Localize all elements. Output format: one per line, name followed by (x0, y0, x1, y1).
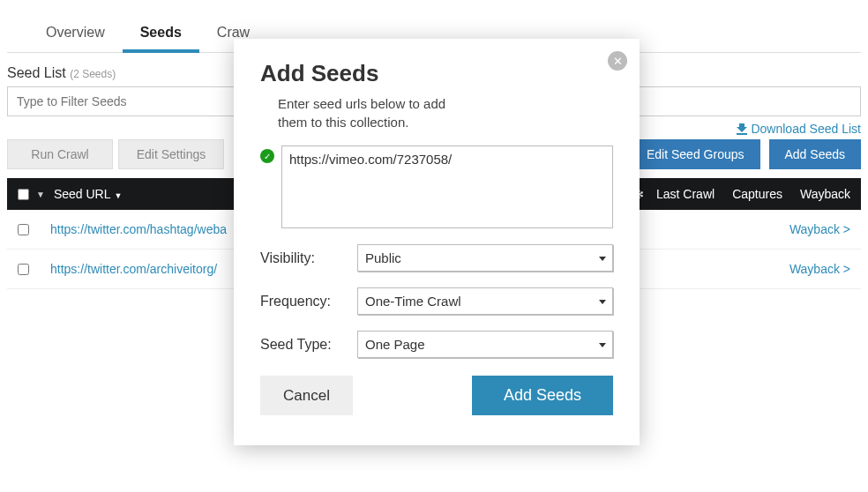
seed-urls-textarea[interactable] (281, 145, 613, 228)
seed-list-title: Seed List (7, 65, 66, 80)
modal-subtitle: Enter seed urls below to add them to thi… (278, 94, 463, 131)
edit-settings-button[interactable]: Edit Settings (118, 139, 224, 169)
download-icon (737, 123, 747, 134)
frequency-label: Frequency: (260, 294, 357, 309)
cancel-button[interactable]: Cancel (260, 376, 353, 415)
valid-icon: ✓ (260, 149, 274, 163)
sort-icon: ▼ (115, 191, 123, 200)
download-seed-list-link[interactable]: Download Seed List (737, 122, 861, 136)
edit-seed-groups-button[interactable]: Edit Seed Groups (631, 139, 760, 169)
tab-seeds[interactable]: Seeds (123, 25, 199, 53)
add-seeds-modal: Add Seeds Enter seed urls below to add t… (234, 39, 640, 445)
visibility-select[interactable]: Public (357, 244, 613, 272)
col-captures[interactable]: Captures (732, 187, 782, 201)
modal-title: Add Seeds (260, 60, 613, 87)
run-crawl-button[interactable]: Run Crawl (7, 139, 113, 169)
row-checkbox[interactable] (18, 264, 29, 275)
visibility-label: Visibility: (260, 250, 357, 266)
seed-list-count: (2 Seeds) (70, 68, 116, 80)
frequency-select[interactable]: One-Time Crawl (357, 287, 613, 315)
close-icon[interactable] (608, 51, 627, 71)
seed-type-select[interactable]: One Page (357, 331, 613, 358)
add-seeds-submit-button[interactable]: Add Seeds (472, 376, 613, 415)
download-seed-list-label: Download Seed List (751, 122, 861, 136)
col-last-crawl[interactable]: Last Crawl (656, 187, 715, 201)
select-dropdown-icon[interactable]: ▼ (36, 190, 45, 199)
col-wayback[interactable]: Wayback (800, 187, 850, 201)
add-seeds-button[interactable]: Add Seeds (769, 139, 862, 169)
tab-overview[interactable]: Overview (28, 25, 123, 52)
row-checkbox[interactable] (18, 224, 29, 235)
wayback-link[interactable]: Wayback > (789, 262, 850, 276)
seed-type-label: Seed Type: (260, 337, 357, 353)
seed-url-link[interactable]: https://twitter.com/hashtag/weba (50, 222, 227, 236)
wayback-link[interactable]: Wayback > (789, 222, 850, 236)
select-all-checkbox[interactable] (18, 189, 29, 200)
col-seed-url[interactable]: Seed URL▼ (54, 187, 123, 201)
seed-url-link[interactable]: https://twitter.com/archiveitorg/ (50, 262, 217, 276)
